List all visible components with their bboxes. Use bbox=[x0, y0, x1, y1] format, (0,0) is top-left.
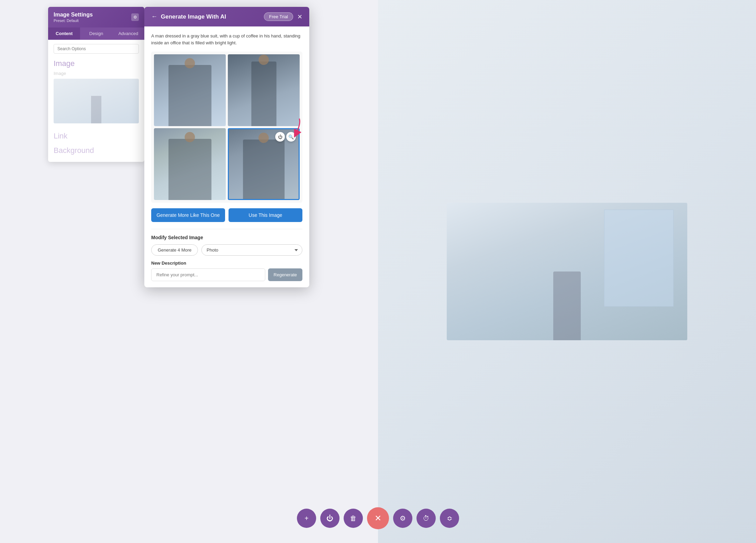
refine-row: Regenerate bbox=[151, 268, 302, 281]
photo-style-select[interactable]: Photo Illustration Digital Art Sketch bbox=[201, 244, 302, 256]
image-power-icon[interactable]: ⏻ bbox=[275, 132, 285, 142]
generate-image-dialog: ← Generate Image With AI Free Trial ✕ A … bbox=[144, 7, 309, 287]
dialog-header-right: Free Trial ✕ bbox=[264, 12, 302, 21]
image-overlay-icons: ⏻ 🔍 bbox=[275, 132, 296, 142]
use-image-button[interactable]: Use This Image bbox=[229, 208, 302, 222]
tab-content[interactable]: Content bbox=[48, 27, 80, 40]
settings-panel-subtitle: Preset: Default bbox=[54, 19, 93, 23]
prompt-text: A man dressed in a gray blue suit, with … bbox=[151, 33, 302, 46]
close-main-button[interactable]: ✕ bbox=[367, 507, 389, 529]
person-silhouette-1 bbox=[168, 65, 211, 126]
background-panel bbox=[378, 0, 756, 543]
dialog-body: A man dressed in a gray blue suit, with … bbox=[144, 26, 309, 287]
dialog-close-button[interactable]: ✕ bbox=[297, 13, 302, 21]
dialog-header: ← Generate Image With AI Free Trial ✕ bbox=[144, 7, 309, 26]
tab-advanced[interactable]: Advanced bbox=[112, 27, 144, 40]
grid-image-3[interactable] bbox=[154, 128, 226, 200]
dialog-header-left: ← Generate Image With AI bbox=[151, 13, 226, 20]
delete-button[interactable]: 🗑 bbox=[344, 509, 363, 528]
link-section-heading: Link bbox=[54, 132, 139, 141]
background-section-heading: Background bbox=[54, 146, 139, 155]
history-button[interactable]: ⏱ bbox=[416, 509, 436, 528]
image-preview-box[interactable] bbox=[54, 79, 139, 123]
image-label: Image bbox=[54, 71, 139, 76]
modify-controls: Generate 4 More Photo Illustration Digit… bbox=[151, 244, 302, 256]
settings-panel-header: Image Settings Preset: Default ⚙ bbox=[48, 7, 144, 27]
add-button[interactable]: + bbox=[297, 509, 316, 528]
image-section-heading: Image bbox=[54, 59, 139, 68]
settings-panel-tabs: Content Design Advanced bbox=[48, 27, 144, 40]
generate-4-button[interactable]: Generate 4 More bbox=[151, 244, 198, 256]
dialog-title: Generate Image With AI bbox=[161, 13, 226, 20]
tab-design[interactable]: Design bbox=[80, 27, 112, 40]
grid-image-2[interactable] bbox=[228, 54, 300, 126]
bottom-toolbar: + ⏻ 🗑 ✕ ⚙ ⏱ ≎ bbox=[297, 507, 459, 529]
settings-panel-title: Image Settings bbox=[54, 12, 93, 18]
person-silhouette-4 bbox=[243, 140, 285, 199]
generate-more-button[interactable]: Generate More Like This One bbox=[151, 208, 225, 222]
person-head-4 bbox=[258, 133, 269, 143]
toggle-button[interactable]: ⏻ bbox=[320, 509, 340, 528]
settings-toolbar-button[interactable]: ⚙ bbox=[393, 509, 412, 528]
person-silhouette-2 bbox=[251, 62, 276, 126]
search-options-input[interactable] bbox=[54, 44, 139, 54]
modify-heading: Modify Selected Image bbox=[151, 235, 302, 240]
image-grid: ⏻ 🔍 bbox=[151, 52, 302, 203]
refine-prompt-input[interactable] bbox=[151, 268, 265, 281]
person-head-2 bbox=[258, 55, 269, 65]
settings-panel-header-text: Image Settings Preset: Default bbox=[54, 12, 93, 23]
dialog-back-arrow[interactable]: ← bbox=[151, 13, 157, 20]
regenerate-button[interactable]: Regenerate bbox=[268, 268, 302, 281]
layout-button[interactable]: ≎ bbox=[440, 509, 459, 528]
settings-panel-body: Image Image Link Background bbox=[48, 40, 144, 162]
person-silhouette-3 bbox=[168, 139, 211, 200]
modify-section: Modify Selected Image Generate 4 More Ph… bbox=[151, 229, 302, 281]
settings-panel: Image Settings Preset: Default ⚙ Content… bbox=[48, 7, 144, 162]
grid-image-1[interactable] bbox=[154, 54, 226, 126]
new-description-heading: New Description bbox=[151, 261, 302, 266]
grid-image-4[interactable]: ⏻ 🔍 bbox=[228, 128, 300, 200]
person-head-1 bbox=[185, 58, 195, 68]
free-trial-badge[interactable]: Free Trial bbox=[264, 12, 293, 21]
person-head-3 bbox=[185, 132, 195, 142]
action-buttons: Generate More Like This One Use This Ima… bbox=[151, 208, 302, 222]
image-search-icon[interactable]: 🔍 bbox=[286, 132, 296, 142]
settings-panel-icon[interactable]: ⚙ bbox=[131, 13, 139, 21]
background-office-image bbox=[447, 203, 687, 340]
